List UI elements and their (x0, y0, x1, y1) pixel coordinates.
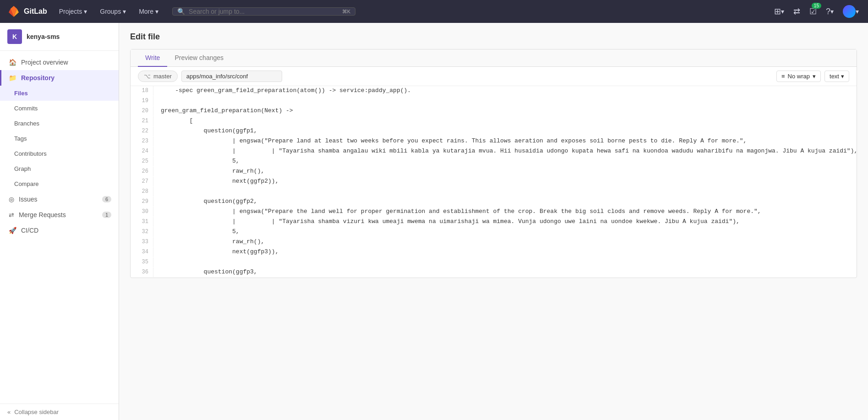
editor-tabs: Write Preview changes (131, 49, 857, 67)
more-nav-item[interactable]: More ▾ (134, 5, 163, 18)
code-line: 32 5, (131, 227, 857, 237)
line-number: 31 (131, 217, 153, 227)
rocket-icon: 🚀 (9, 227, 16, 234)
code-line: 28 (131, 187, 857, 197)
help-icon: ? (826, 7, 830, 16)
chevron-down-icon: ▾ (781, 8, 784, 15)
gitlab-logo[interactable]: GitLab (7, 5, 47, 18)
avatar (843, 5, 856, 18)
line-code: [ (161, 116, 857, 126)
top-nav-right: ⊞ ▾ ⇄ ☑ 15 ? ▾ ▾ (772, 3, 861, 20)
sidebar-scroll: 🏠 Project overview 📁 Repository Files Co… (0, 51, 119, 404)
user-avatar-button[interactable]: ▾ (841, 3, 861, 20)
merge-request-icon: ⇄ (793, 6, 800, 16)
line-code: question(ggfp1, (161, 126, 857, 136)
chevron-down-icon: ▾ (123, 8, 126, 15)
line-number: 33 (131, 237, 153, 247)
line-number: 25 (131, 157, 153, 166)
line-code: | engswa("Prepare land at least two week… (161, 136, 857, 146)
nowrap-label: No wrap (788, 73, 810, 80)
line-code: | | "Tayarisha shamba angalau wiki mbili… (161, 147, 857, 156)
line-number: 18 (131, 86, 153, 96)
project-header[interactable]: K kenya-sms (0, 23, 119, 51)
sidebar-item-issues[interactable]: ◎ Issues 6 (0, 191, 119, 207)
chevron-down-icon: ▾ (856, 8, 859, 15)
line-number: 19 (131, 96, 153, 106)
code-line: 27 next(ggfp2)), (131, 177, 857, 187)
line-code: | engswa("Prepare the land well for prop… (161, 207, 857, 217)
merge-icon: ⇄ (9, 211, 14, 218)
line-code: 5, (161, 157, 857, 166)
branch-icon: ⌥ (144, 73, 151, 80)
todos-button[interactable]: ☑ 15 (808, 5, 819, 18)
sidebar-nav: 🏠 Project overview 📁 Repository Files Co… (0, 51, 119, 242)
top-navigation: GitLab Projects ▾ Groups ▾ More ▾ 🔍 ⌘K ⊞… (0, 0, 868, 23)
sidebar-item-compare[interactable]: Compare (0, 176, 119, 191)
nowrap-dropdown[interactable]: ≡ No wrap ▾ (776, 71, 821, 82)
code-editor[interactable]: 18 -spec green_gram_field_preparation(at… (131, 86, 857, 278)
create-button[interactable]: ⊞ ▾ (772, 5, 786, 18)
sidebar-item-cicd[interactable]: 🚀 CI/CD (0, 223, 119, 238)
file-path-input[interactable] (181, 71, 282, 82)
line-code: | | "Tayarisha shamba vizuri kwa umeaji … (161, 217, 857, 227)
code-line: 35 (131, 257, 857, 267)
line-number: 36 (131, 267, 153, 277)
sidebar-item-graph[interactable]: Graph (0, 161, 119, 176)
line-code: raw_rh(), (161, 167, 857, 176)
line-number: 26 (131, 167, 153, 176)
wrap-icon: ≡ (781, 73, 785, 80)
projects-nav-item[interactable]: Projects ▾ (55, 5, 92, 18)
code-line: 23 | engswa("Prepare land at least two w… (131, 136, 857, 147)
sidebar-item-files[interactable]: Files (0, 86, 119, 101)
chevron-down-icon: ▾ (813, 73, 816, 80)
line-number: 23 (131, 136, 153, 146)
line-number: 21 (131, 116, 153, 126)
code-line: 19 (131, 96, 857, 106)
search-input[interactable] (189, 8, 338, 15)
file-path-bar: ⌥ master ≡ No wrap ▾ text ▾ (131, 67, 857, 86)
editor-panel: Write Preview changes ⌥ master ≡ No wrap… (130, 49, 857, 278)
line-code: -spec green_gram_field_preparation(atom(… (161, 86, 857, 96)
sidebar-item-project-overview[interactable]: 🏠 Project overview (0, 55, 119, 70)
code-line: 33 raw_rh(), (131, 237, 857, 247)
code-line: 18 -spec green_gram_field_preparation(at… (131, 86, 857, 96)
sidebar-item-tags[interactable]: Tags (0, 131, 119, 146)
groups-nav-item[interactable]: Groups ▾ (95, 5, 131, 18)
chevron-down-icon: ▾ (830, 8, 834, 15)
help-button[interactable]: ? ▾ (824, 5, 835, 18)
branch-selector[interactable]: ⌥ master (138, 71, 178, 82)
line-number: 35 (131, 257, 153, 267)
tab-preview-changes[interactable]: Preview changes (167, 49, 231, 67)
mr-icon-button[interactable]: ⇄ (792, 5, 802, 18)
project-avatar: K (7, 29, 22, 44)
sidebar-item-repository[interactable]: 📁 Repository (0, 70, 119, 86)
line-code: green_gram_field_preparation(Next) -> (161, 106, 857, 116)
code-line: 21 [ (131, 116, 857, 126)
line-number: 32 (131, 227, 153, 237)
search-bar[interactable]: 🔍 ⌘K (172, 7, 355, 16)
code-line: 20green_gram_field_preparation(Next) -> (131, 106, 857, 116)
branch-name: master (153, 73, 172, 80)
collapse-sidebar-button[interactable]: « Collapse sidebar (0, 404, 119, 420)
chevron-down-icon: ▾ (155, 8, 158, 15)
line-code: question(ggfp3, (161, 267, 857, 277)
tab-write[interactable]: Write (138, 49, 167, 67)
main-content: Edit file Write Preview changes ⌥ master… (119, 23, 868, 420)
collapse-icon: « (7, 409, 11, 415)
line-code: question(ggfp2, (161, 197, 857, 207)
sidebar-item-commits[interactable]: Commits (0, 101, 119, 116)
code-line: 24 | | "Tayarisha shamba angalau wiki mb… (131, 147, 857, 157)
plus-icon: ⊞ (774, 6, 781, 16)
text-type-dropdown[interactable]: text ▾ (824, 71, 849, 82)
home-icon: 🏠 (9, 59, 16, 66)
sidebar-item-branches[interactable]: Branches (0, 116, 119, 131)
sidebar-item-contributors[interactable]: Contributors (0, 146, 119, 161)
merge-requests-badge: 1 (102, 212, 111, 218)
sidebar-item-merge-requests[interactable]: ⇄ Merge Requests 1 (0, 207, 119, 223)
project-name: kenya-sms (27, 33, 60, 40)
page-title: Edit file (130, 32, 857, 42)
line-number: 34 (131, 247, 153, 257)
code-line: 26 raw_rh(), (131, 167, 857, 177)
line-number: 30 (131, 207, 153, 217)
line-number: 29 (131, 197, 153, 207)
